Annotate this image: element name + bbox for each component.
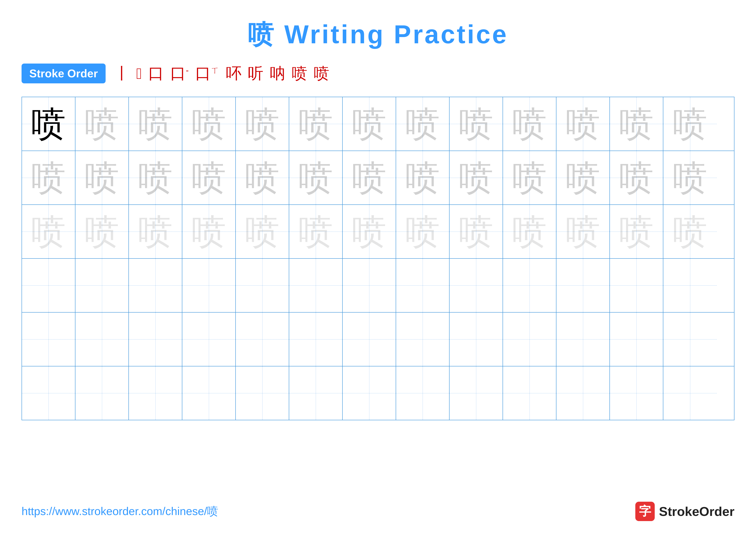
grid-cell: 喷 [129,205,182,258]
grid-cell: 喷 [22,151,75,204]
grid-cell [343,367,396,420]
grid-cell: 喷 [289,205,343,258]
grid-cell: 喷 [663,151,717,204]
grid-cell: 喷 [75,151,129,204]
grid-cell: 喷 [182,151,236,204]
grid-cell [289,367,343,420]
grid-cell [556,259,610,312]
grid-row-1: 喷 喷 喷 喷 喷 喷 喷 喷 喷 喷 喷 喷 喷 [22,97,734,151]
grid-cell [129,313,182,366]
grid-cell: 喷 [610,97,663,151]
grid-cell: 喷 [610,205,663,258]
footer-url[interactable]: https://www.strokeorder.com/chinese/喷 [21,504,218,519]
grid-cell: 喷 [396,97,449,151]
grid-cell: 喷 [503,97,556,151]
grid-cell [556,367,610,420]
grid-cell [182,367,236,420]
grid-cell: 喷 [22,205,75,258]
grid-cell [75,259,129,312]
grid-cell [396,367,449,420]
grid-cell [22,367,75,420]
grid-cell [503,313,556,366]
grid-cell [449,259,503,312]
stroke-order-badge: Stroke Order [21,64,106,83]
grid-cell: 喷 [343,205,396,258]
practice-grid: 喷 喷 喷 喷 喷 喷 喷 喷 喷 喷 喷 喷 喷 喷 喷 喷 喷 喷 喷 喷 … [21,97,735,420]
logo-icon: 字 [635,502,655,521]
grid-cell [343,259,396,312]
title-char: 喷 [248,20,275,49]
grid-cell: 喷 [236,151,289,204]
grid-cell [343,313,396,366]
grid-cell [182,259,236,312]
grid-cell: 喷 [396,205,449,258]
grid-cell [610,313,663,366]
grid-cell: 喷 [75,205,129,258]
grid-cell [22,313,75,366]
grid-cell: 喷 [182,97,236,151]
grid-cell [396,259,449,312]
grid-cell: 喷 [610,151,663,204]
grid-cell [129,259,182,312]
grid-cell [610,367,663,420]
grid-cell: 喷 [556,151,610,204]
logo-text: StrokeOrder [659,504,735,519]
grid-cell: 喷 [663,97,717,151]
grid-cell: 喷 [449,151,503,204]
grid-cell [663,313,717,366]
grid-cell: 喷 [236,205,289,258]
grid-cell: 喷 [343,151,396,204]
title-text: Writing Practice [275,20,508,49]
grid-cell: 喷 [449,97,503,151]
grid-cell [449,313,503,366]
grid-row-5 [22,313,734,367]
grid-cell: 喷 [663,205,717,258]
grid-cell: 喷 [236,97,289,151]
grid-cell: 喷 [449,205,503,258]
grid-cell: 喷 [343,97,396,151]
grid-cell: 喷 [22,97,75,151]
grid-cell [289,313,343,366]
stroke-order-row: Stroke Order 丨 𠃌 口 口- 口ㄒ 吥 听 呐 喷 喷 [0,52,756,90]
grid-cell [236,259,289,312]
grid-cell [236,313,289,366]
grid-cell: 喷 [396,151,449,204]
grid-row-3: 喷 喷 喷 喷 喷 喷 喷 喷 喷 喷 喷 喷 喷 [22,205,734,259]
grid-cell [75,313,129,366]
grid-cell [396,313,449,366]
grid-cell [503,259,556,312]
grid-cell: 喷 [556,97,610,151]
grid-cell: 喷 [289,97,343,151]
grid-row-6 [22,367,734,420]
grid-cell [663,367,717,420]
stroke-sequence: 丨 𠃌 口 口- 口ㄒ 吥 听 呐 喷 喷 [114,63,329,84]
grid-cell [129,367,182,420]
grid-cell: 喷 [182,205,236,258]
page-title: 喷 Writing Practice [0,0,756,52]
grid-cell [610,259,663,312]
grid-cell [236,367,289,420]
grid-cell: 喷 [129,151,182,204]
grid-cell: 喷 [129,97,182,151]
grid-cell: 喷 [289,151,343,204]
grid-cell [449,367,503,420]
grid-row-4 [22,259,734,313]
grid-cell [22,259,75,312]
grid-cell [182,313,236,366]
grid-cell [556,313,610,366]
grid-cell: 喷 [503,151,556,204]
grid-row-2: 喷 喷 喷 喷 喷 喷 喷 喷 喷 喷 喷 喷 喷 [22,151,734,205]
grid-cell: 喷 [556,205,610,258]
footer: https://www.strokeorder.com/chinese/喷 字 … [0,502,756,521]
grid-cell [75,367,129,420]
footer-logo: 字 StrokeOrder [635,502,735,521]
grid-cell: 喷 [503,205,556,258]
grid-cell: 喷 [75,97,129,151]
grid-cell [663,259,717,312]
grid-cell [289,259,343,312]
grid-cell [503,367,556,420]
